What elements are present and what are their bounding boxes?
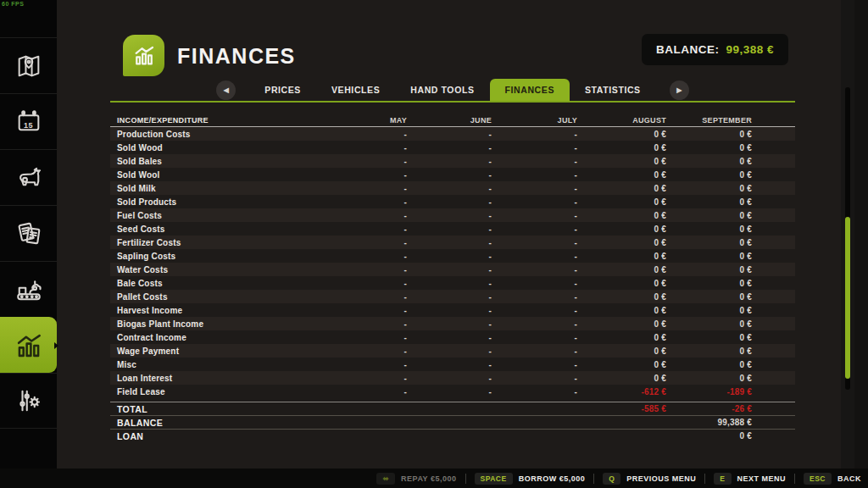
row-label: Contract Income (117, 333, 322, 342)
row-label: Bale Costs (117, 279, 322, 288)
sidebar-item-calendar[interactable]: 15 (0, 93, 57, 149)
sidebar-item-settings[interactable] (0, 373, 57, 429)
tab[interactable]: PRICES (249, 79, 316, 101)
cell-august: 0 € (577, 130, 666, 139)
cell-july: - (492, 238, 577, 247)
row-label: Harvest Income (117, 306, 322, 315)
cell-september: 0 € (666, 347, 752, 356)
key-action-label: BACK (837, 474, 861, 483)
row-label: Water Costs (117, 265, 322, 274)
keybind-hint[interactable]: SPACE BORROW €5,000 (475, 473, 586, 485)
scrollbar-track[interactable] (845, 87, 850, 390)
cell-august: 0 € (577, 225, 666, 234)
table-row: Wage Payment - - - 0 € 0 € (110, 344, 795, 358)
cell-august: 0 € (577, 211, 666, 220)
cell-may: - (322, 360, 407, 369)
cell-august: 0 € (577, 265, 666, 274)
cell-may: - (322, 225, 407, 234)
table-header-row: INCOME/EXPENDITURE MAY JUNE JULY AUGUST … (110, 114, 795, 127)
calendar-day-label: 15 (24, 121, 33, 130)
keybind-hint[interactable]: ESC BACK (804, 473, 861, 485)
bottom-bar: ⬌ REPAY €5,000 SPACE BORROW €5,000 Q PRE… (0, 469, 868, 488)
sidebar-item-production[interactable] (0, 261, 57, 317)
cell-july: - (492, 265, 577, 274)
table-row: Contract Income - - - 0 € 0 € (110, 330, 795, 344)
col-header-august: AUGUST (577, 116, 666, 125)
keybind-hint[interactable]: Q PREVIOUS MENU (603, 473, 696, 485)
tabs-prev-button[interactable]: ◀ (216, 80, 236, 100)
cell-july: - (492, 333, 577, 342)
cell-september: 0 € (666, 360, 752, 369)
cell-september: 0 € (666, 279, 752, 288)
cell-september: 0 € (666, 319, 752, 329)
map-icon (14, 52, 43, 80)
row-label: Sold Wood (117, 143, 322, 152)
cell-july: - (492, 170, 577, 180)
row-label: Biogas Plant Income (117, 319, 322, 329)
tab-bar: ◀ PRICESVEHICLESHAND TOOLSFINANCESSTATIS… (110, 79, 795, 103)
tab[interactable]: HAND TOOLS (395, 79, 489, 101)
cell-june: - (407, 279, 492, 288)
cell-september: 0 € (666, 170, 752, 180)
table-row: TOTAL -585 € -26 € (110, 402, 795, 415)
cell-august: -612 € (577, 387, 666, 396)
row-label: Sold Milk (117, 184, 322, 193)
cell-september: 0 € (666, 157, 752, 166)
cow-icon (14, 163, 44, 193)
row-label: Sapling Costs (117, 252, 322, 261)
bottom-bar-items: ⬌ REPAY €5,000 SPACE BORROW €5,000 Q PRE… (376, 473, 861, 485)
table-row: Loan Interest - - - 0 € 0 € (110, 371, 795, 385)
tab-list: PRICESVEHICLESHAND TOOLSFINANCESSTATISTI… (249, 79, 655, 101)
table-summary: TOTAL -585 € -26 € BALANCE 99,388 € LOAN… (110, 402, 795, 442)
cell-september: 0 € (666, 252, 752, 261)
cell-june: - (407, 252, 492, 261)
table-row: Harvest Income - - - 0 € 0 € (110, 303, 795, 317)
table-row: Production Costs - - - 0 € 0 € (110, 127, 795, 141)
cell-june: - (407, 157, 492, 166)
active-item-notch (54, 342, 62, 349)
cell-may: - (322, 157, 407, 166)
sidebar: 60 FPS 15 (0, 0, 57, 469)
cell-august: 0 € (577, 170, 666, 180)
sidebar-item-contracts[interactable] (0, 205, 57, 261)
key-action-label: REPAY €5,000 (401, 474, 456, 483)
keybind-hint[interactable]: E NEXT MENU (714, 473, 786, 485)
separator (794, 474, 795, 484)
sidebar-item-animals[interactable] (0, 149, 57, 205)
page-icon (123, 35, 164, 76)
cell-may: - (322, 252, 407, 261)
main-panel: FINANCES BALANCE: 99,388 € ◀ PRICESVEHIC… (57, 0, 854, 469)
tab[interactable]: VEHICLES (316, 79, 395, 101)
row-label: Loan Interest (117, 374, 322, 383)
cell-june: - (407, 306, 492, 315)
cell-june: - (407, 211, 492, 220)
sidebar-item-map[interactable] (0, 37, 57, 93)
tabs-next-button[interactable]: ▶ (670, 80, 689, 100)
table-row: Misc - - - 0 € 0 € (110, 358, 795, 371)
keybind-hint[interactable]: ⬌ REPAY €5,000 (376, 473, 456, 485)
sidebar-item-finances[interactable] (0, 317, 57, 373)
row-label: Seed Costs (117, 225, 322, 234)
col-header-july: JULY (492, 116, 577, 125)
cell-september: -189 € (666, 387, 752, 396)
tab[interactable]: STATISTICS (570, 79, 656, 101)
cell-july: - (492, 211, 577, 220)
table-row: Sold Bales - - - 0 € 0 € (110, 154, 795, 168)
scrollbar-thumb[interactable] (845, 217, 850, 379)
balance-label: BALANCE: (656, 43, 720, 56)
finances-table: INCOME/EXPENDITURE MAY JUNE JULY AUGUST … (110, 114, 795, 442)
cell-july: - (492, 319, 577, 329)
cell-july: - (492, 306, 577, 315)
cell-june: - (407, 184, 492, 193)
documents-icon (14, 219, 44, 249)
finances-header-chart-icon (131, 43, 157, 69)
row-label: TOTAL (117, 404, 322, 414)
settings-icon (14, 385, 44, 416)
cell-july: - (492, 143, 577, 152)
tab[interactable]: FINANCES (490, 79, 570, 101)
cell-june: - (407, 143, 492, 152)
cell-august: 0 € (577, 143, 666, 152)
table-row: LOAN 0 € (110, 429, 795, 442)
cell-september: 0 € (666, 306, 752, 315)
key-cap: E (714, 473, 731, 485)
